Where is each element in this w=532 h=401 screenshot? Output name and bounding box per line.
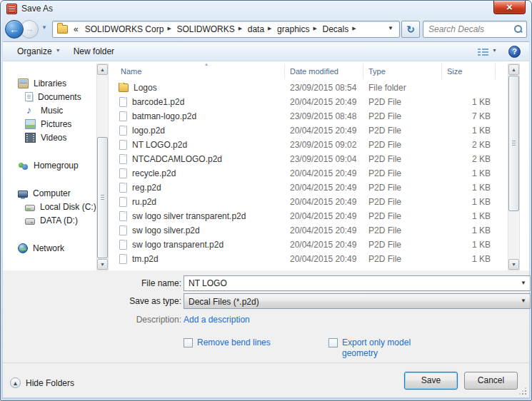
table-row[interactable]: batman-logo.p2d23/09/2015 08:48P2D File7… — [111, 109, 508, 123]
save-as-dialog: Save As « SOLIDWORKS CorpSOLIDWORKSdatag… — [0, 0, 532, 401]
file-name-cell: NTCADCAMLOGO.p2d — [111, 154, 285, 164]
type-cell: P2D File — [363, 211, 442, 221]
file-name-combobox[interactable] — [184, 275, 531, 291]
resize-grip[interactable] — [525, 393, 526, 395]
sidebar-item-music[interactable]: Music — [4, 103, 96, 117]
checkbox-option[interactable]: Remove bend lines — [184, 337, 271, 348]
date-modified-cell: 20/04/2015 20:49 — [285, 97, 363, 107]
breadcrumb-separator-icon[interactable] — [313, 25, 318, 34]
sidebar-item-documents[interactable]: Documents — [4, 90, 96, 103]
breadcrumb-separator-icon[interactable] — [239, 25, 244, 34]
sidebar-item-videos[interactable]: Videos — [4, 131, 96, 144]
table-row[interactable]: recycle.p2d20/04/2015 20:49P2D File1 KB — [111, 166, 508, 181]
save-button[interactable]: Save — [404, 372, 458, 390]
table-row[interactable]: reg.p2d20/04/2015 20:49P2D File1 KB — [111, 181, 508, 195]
table-row[interactable]: sw logo transparent.p2d20/04/2015 20:49P… — [111, 238, 508, 252]
size-cell: 1 KB — [442, 183, 496, 193]
sidebar-item-computer[interactable]: Computer — [4, 186, 96, 200]
file-icon — [119, 154, 127, 164]
file-name-label: recycle.p2d — [132, 168, 176, 178]
help-button[interactable] — [508, 46, 521, 58]
checkbox[interactable] — [184, 338, 193, 347]
chevron-down-icon[interactable] — [518, 276, 530, 290]
table-row[interactable]: ru.p2d20/04/2015 20:49P2D File1 KB — [111, 195, 508, 209]
new-folder-button[interactable]: New folder — [68, 44, 120, 59]
breadcrumb-item[interactable]: graphics — [273, 23, 313, 36]
search-box[interactable] — [423, 21, 527, 38]
checkbox[interactable] — [328, 338, 338, 347]
sidebar-item-pictures[interactable]: Pictures — [4, 117, 96, 131]
app-icon — [6, 4, 17, 14]
sidebar-section: LibrariesDocumentsMusicPicturesVideos — [4, 76, 96, 144]
search-icon[interactable] — [513, 24, 523, 34]
file-list-scrollbar[interactable] — [508, 64, 520, 270]
breadcrumb-separator-icon[interactable] — [167, 25, 173, 34]
column-header-date-modified[interactable]: Date modified — [285, 64, 363, 79]
table-row[interactable]: barcode1.p2d20/04/2015 20:49P2D File1 KB — [111, 95, 508, 109]
change-view-button[interactable] — [477, 47, 498, 56]
add-description-link[interactable]: Add a description — [184, 315, 250, 325]
file-name-input[interactable] — [184, 277, 518, 290]
checkbox-option[interactable]: Export only model geometry — [328, 337, 426, 359]
file-name-label: NTCADCAMLOGO.p2d — [132, 154, 222, 164]
sidebar-scrollbar[interactable] — [96, 64, 109, 270]
scroll-down-button[interactable] — [97, 259, 108, 270]
chevron-down-icon — [492, 48, 498, 55]
sidebar-item-local-disk-c[interactable]: Local Disk (C:) — [4, 200, 96, 213]
table-row[interactable]: Logos23/09/2015 08:54File folder — [111, 81, 508, 95]
size-cell: 1 KB — [442, 168, 496, 178]
sidebar-item-libraries[interactable]: Libraries — [4, 76, 96, 90]
search-input[interactable] — [428, 24, 513, 34]
breadcrumb-item[interactable]: data — [244, 23, 268, 36]
breadcrumb-separator-icon[interactable] — [352, 25, 358, 34]
table-row[interactable]: NTCADCAMLOGO.p2d23/09/2015 09:04P2D File… — [111, 152, 508, 166]
column-header-name[interactable]: Name — [111, 64, 285, 79]
file-name-cell: Logos — [111, 83, 285, 93]
table-row[interactable]: NT LOGO.p2d23/09/2015 09:02P2D File2 KB — [111, 138, 508, 152]
breadcrumb-separator-icon[interactable] — [268, 25, 273, 34]
type-cell: P2D File — [363, 197, 442, 207]
scrollbar-thumb[interactable] — [508, 76, 519, 211]
save-as-type-dropdown[interactable]: Decal Files (*.p2d) — [184, 293, 531, 309]
file-name-label: tm.p2d — [132, 254, 159, 264]
organize-button[interactable]: Organize — [11, 44, 68, 59]
table-row[interactable]: sw logo silver transparent.p2d20/04/2015… — [111, 209, 508, 223]
cancel-button[interactable]: Cancel — [464, 372, 518, 390]
file-icon — [119, 211, 127, 221]
scrollbar-thumb[interactable] — [97, 137, 108, 258]
titlebar[interactable]: Save As — [1, 1, 531, 18]
breadcrumb-item[interactable]: Decals — [318, 23, 352, 36]
sidebar-item-network[interactable]: Network — [4, 241, 96, 255]
toolbar-right — [477, 46, 521, 58]
file-name-label: batman-logo.p2d — [132, 111, 196, 121]
table-row[interactable]: sw logo silver.p2d20/04/2015 20:49P2D Fi… — [111, 223, 508, 238]
sidebar-item-homegroup[interactable]: Homegroup — [4, 158, 96, 172]
breadcrumb-dropdown-icon[interactable] — [386, 25, 396, 34]
back-button[interactable] — [5, 20, 24, 39]
network-icon — [18, 243, 28, 253]
hide-folders-button[interactable]: Hide Folders — [10, 377, 74, 388]
sidebar-item-data-d[interactable]: DATA (D:) — [4, 213, 96, 227]
breadcrumb[interactable]: « SOLIDWORKS CorpSOLIDWORKSdatagraphicsD… — [52, 21, 400, 38]
file-rows: Logos23/09/2015 08:54File folderbarcode1… — [111, 81, 508, 266]
breadcrumb-overflow[interactable]: « — [71, 24, 81, 34]
breadcrumb-item[interactable]: SOLIDWORKS — [173, 23, 238, 36]
date-modified-cell: 20/04/2015 20:49 — [285, 183, 363, 193]
column-header-type[interactable]: Type — [363, 64, 442, 79]
scroll-up-button[interactable] — [508, 64, 519, 75]
scroll-up-button[interactable] — [97, 64, 108, 75]
export-options: Remove bend linesExport only model geome… — [3, 337, 529, 362]
table-row[interactable]: logo.p2d20/04/2015 20:49P2D File1 KB — [111, 123, 508, 138]
file-name-label: sw logo silver.p2d — [132, 225, 200, 235]
scroll-down-button[interactable] — [508, 259, 519, 270]
table-row[interactable]: tm.p2d20/04/2015 20:49P2D File1 KB — [111, 252, 508, 266]
column-header-size[interactable]: Size — [442, 64, 496, 79]
file-name-cell: batman-logo.p2d — [111, 111, 285, 121]
chevron-down-icon[interactable] — [518, 294, 530, 308]
date-modified-cell: 23/09/2015 09:04 — [285, 154, 363, 164]
close-button[interactable] — [493, 1, 526, 14]
breadcrumb-item[interactable]: SOLIDWORKS Corp — [81, 23, 168, 36]
refresh-button[interactable] — [401, 21, 420, 38]
file-icon — [119, 240, 127, 250]
history-dropdown-icon[interactable] — [41, 26, 50, 33]
